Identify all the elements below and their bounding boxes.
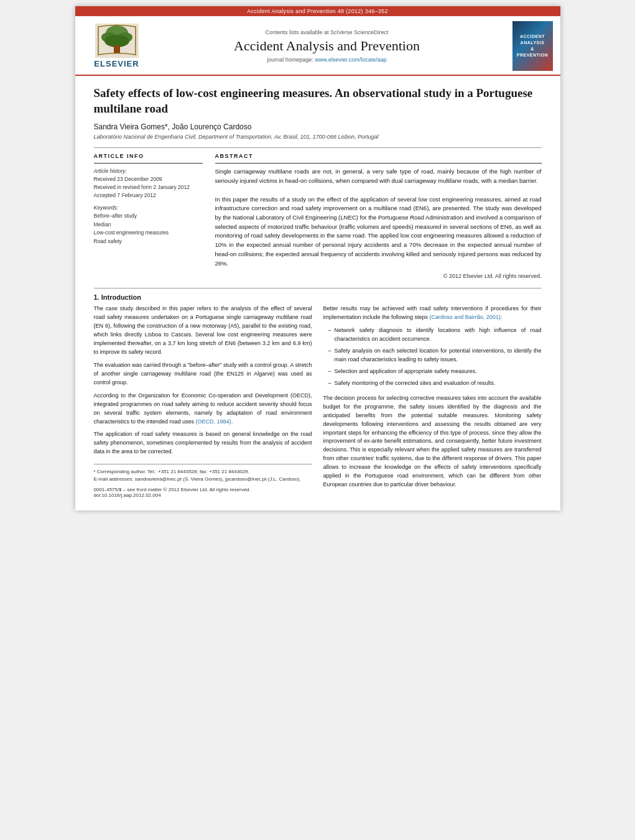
abstract-divider [215, 163, 542, 164]
abstract-text: Single carriageway multilane roads are n… [215, 167, 542, 268]
bullet-list: – Network safety diagnosis to identify l… [323, 326, 542, 388]
section1-heading: 1. Introduction [94, 293, 542, 301]
journal-cover-area: ACCIDENTANALYSIS&PREVENTION [503, 21, 553, 71]
header-divider [94, 147, 542, 148]
bullet-text-1: Network safety diagnosis to identify loc… [335, 326, 542, 344]
doi-line: doi:10.1016/j.aap.2012.02.004 [94, 492, 312, 498]
bullet-text-3: Selection and application of appropriate… [335, 367, 477, 376]
abstract-col: ABSTRACT Single carriageway multilane ro… [215, 153, 542, 279]
issn-line: 0001-4575/$ – see front matter © 2012 El… [94, 487, 251, 492]
bullet-text-4: Safety monitoring of the corrected sites… [335, 379, 496, 388]
keyword-1: Before–after study [94, 212, 203, 221]
bullet-dash-4: – [328, 379, 331, 388]
article-body: Safety effects of low-cost engineering m… [75, 76, 560, 510]
elsevier-logo-area: ELSEVIER [83, 24, 151, 68]
section-divider [94, 288, 542, 288]
elsevier-tree-icon [95, 24, 139, 58]
journal-header: ELSEVIER Contents lists available at Sci… [75, 16, 560, 76]
affiliation-line: Laboratório Nacional de Engenharia Civil… [94, 134, 542, 140]
abstract-label: ABSTRACT [215, 153, 542, 159]
bullet-dash-2: – [328, 347, 331, 364]
journal-title-area: Contents lists available at SciVerse Sci… [151, 29, 503, 63]
bullet-dash: – [328, 326, 331, 344]
keyword-2: Median [94, 221, 203, 229]
keywords-section: Keywords: Before–after study Median Low-… [94, 204, 203, 246]
intro-para-3: According to the Organization for Econom… [94, 392, 312, 427]
accepted-date: Accepted 7 February 2012 [94, 192, 203, 200]
journal-url[interactable]: www.elsevier.com/locate/aap [315, 57, 387, 63]
authors-line: Sandra Vieira Gomes*, João Lourenço Card… [94, 122, 542, 131]
bullet-dash-3: – [328, 367, 331, 376]
footnote-email: E-mail addresses: sandravieira@lnec.pt (… [94, 476, 312, 483]
intro-para-4: The application of road safety measures … [94, 430, 312, 456]
bullet-item-4: – Safety monitoring of the corrected sit… [328, 379, 542, 388]
abstract-para1: Single carriageway multilane roads are n… [215, 168, 542, 184]
footnote-star: * Corresponding author. Tel.: +351 21 84… [94, 468, 312, 476]
intro-para-1: The case study described in this paper r… [94, 305, 312, 357]
keyword-3: Low-cost engineering measures [94, 229, 203, 238]
received-date-1: Received 23 December 2009 [94, 175, 203, 183]
article-info-divider [94, 163, 203, 164]
right-para-1: Better results may be achieved with road… [323, 305, 542, 322]
keywords-label: Keywords: [94, 204, 203, 212]
abstract-para2: In this paper the results of a study on … [215, 196, 542, 267]
svg-rect-5 [114, 45, 120, 53]
bullet-item-3: – Selection and application of appropria… [328, 367, 542, 376]
main-left-col: The case study described in this paper r… [94, 305, 312, 498]
intro-para-2: The evaluation was carried through a "be… [94, 361, 312, 387]
sciverse-line: Contents lists available at SciVerse Sci… [157, 29, 497, 35]
journal-homepage-line: journal homepage: www.elsevier.com/locat… [157, 57, 497, 63]
article-history-label: Article history: [94, 167, 203, 175]
bullet-item-2: – Safety analysis on each selected locat… [328, 347, 542, 364]
article-info-col: ARTICLE INFO Article history: Received 2… [94, 153, 203, 279]
bullet-text-2: Safety analysis on each selected locatio… [335, 347, 542, 364]
keyword-4: Road safety [94, 238, 203, 246]
main-right-col: Better results may be achieved with road… [323, 305, 542, 498]
journal-citation-bar: Accident Analysis and Prevention 48 (201… [75, 6, 560, 16]
footnotes-area: * Corresponding author. Tel.: +351 21 84… [94, 464, 312, 498]
info-abstract-section: ARTICLE INFO Article history: Received 2… [94, 153, 542, 279]
article-title: Safety effects of low-cost engineering m… [94, 86, 542, 116]
received-date-2: Received in revised form 2 January 2012 [94, 183, 203, 192]
bullet-item-1: – Network safety diagnosis to identify l… [328, 326, 542, 344]
copyright-notice: © 2012 Elsevier Ltd. All rights reserved… [215, 273, 542, 279]
main-content: The case study described in this paper r… [94, 305, 542, 498]
elsevier-wordmark: ELSEVIER [94, 59, 139, 68]
journal-cover-image: ACCIDENTANALYSIS&PREVENTION [512, 21, 553, 71]
right-para-2: The decision process for selecting corre… [323, 394, 542, 489]
journal-name: Accident Analysis and Prevention [157, 38, 497, 54]
footer-bottom: 0001-4575/$ – see front matter © 2012 El… [94, 487, 312, 492]
article-info-label: ARTICLE INFO [94, 153, 203, 159]
